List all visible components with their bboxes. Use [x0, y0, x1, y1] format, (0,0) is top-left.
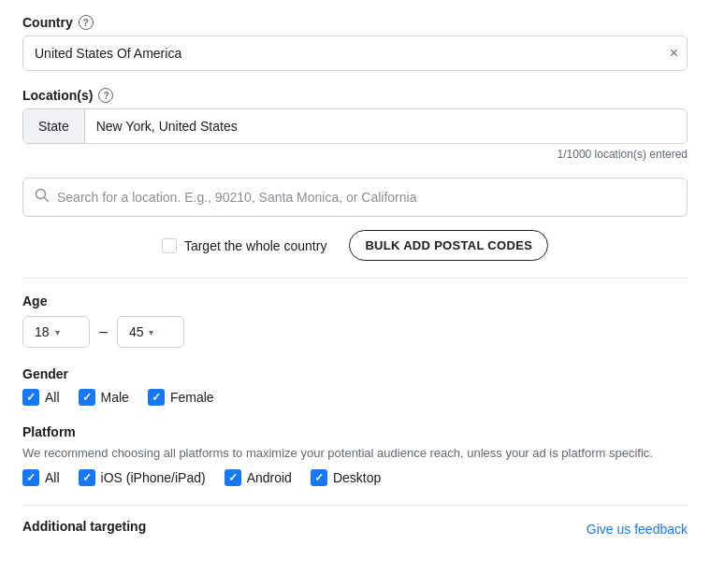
country-input-wrapper: ×	[22, 36, 688, 71]
gender-label: Gender	[22, 366, 688, 381]
platform-description: We recommend choosing all platforms to m…	[22, 445, 688, 462]
bulk-add-postal-codes-button[interactable]: BULK ADD POSTAL CODES	[349, 230, 548, 261]
gender-all-label: All	[45, 390, 60, 405]
country-label-text: Country	[22, 15, 73, 30]
gender-options-row: All Male Female	[22, 389, 688, 406]
platform-all-item[interactable]: All	[22, 469, 60, 486]
platform-options-row: All iOS (iPhone/iPad) Android Desktop	[22, 469, 688, 486]
gender-male-checkbox[interactable]	[79, 389, 95, 406]
age-dash: –	[99, 323, 108, 340]
platform-all-checkbox[interactable]	[22, 469, 39, 486]
platform-desktop-label: Desktop	[333, 470, 381, 485]
platform-all-label: All	[45, 470, 60, 485]
location-input-row: State New York, United States	[22, 108, 688, 144]
platform-android-label: Android	[247, 470, 292, 485]
locations-help-icon[interactable]: ?	[98, 88, 113, 103]
platform-label: Platform	[22, 424, 688, 439]
age-max-select[interactable]: 45 ▾	[117, 316, 184, 348]
age-min-value: 18	[35, 324, 50, 339]
gender-female-label: Female	[170, 390, 214, 405]
divider-1	[22, 278, 688, 279]
country-help-icon[interactable]: ?	[79, 15, 94, 30]
age-min-chevron-icon: ▾	[55, 327, 60, 337]
location-tab[interactable]: State	[23, 109, 85, 143]
country-input[interactable]	[22, 36, 688, 71]
gender-male-label: Male	[101, 390, 129, 405]
platform-desktop-item[interactable]: Desktop	[311, 469, 381, 486]
location-count: 1/1000 location(s) entered	[22, 148, 688, 161]
gender-section: Gender All Male Female	[22, 366, 688, 406]
country-label: Country ?	[22, 15, 688, 30]
target-whole-country-text: Target the whole country	[184, 238, 327, 253]
platform-section: Platform We recommend choosing all platf…	[22, 424, 688, 486]
search-icon	[35, 188, 50, 207]
search-placeholder-text: Search for a location. E.g., 90210, Sant…	[57, 190, 416, 205]
locations-label: Location(s) ?	[22, 88, 688, 103]
gender-male-item[interactable]: Male	[79, 389, 129, 406]
age-label: Age	[22, 294, 688, 308]
platform-ios-checkbox[interactable]	[79, 469, 95, 486]
gender-female-item[interactable]: Female	[148, 389, 214, 406]
locations-label-text: Location(s)	[22, 88, 93, 103]
age-row: 18 ▾ – 45 ▾	[22, 316, 688, 348]
platform-android-checkbox[interactable]	[225, 469, 241, 486]
country-section: Country ? ×	[22, 15, 688, 71]
age-section: Age 18 ▾ – 45 ▾	[22, 294, 688, 348]
country-clear-icon[interactable]: ×	[670, 45, 678, 62]
additional-targeting-row: Additional targeting Give us feedback	[22, 505, 688, 539]
locations-section: Location(s) ? State New York, United Sta…	[22, 88, 688, 161]
gender-female-checkbox[interactable]	[148, 389, 165, 406]
platform-android-item[interactable]: Android	[225, 469, 292, 486]
age-min-select[interactable]: 18 ▾	[22, 316, 90, 348]
target-whole-country-label[interactable]: Target the whole country	[162, 238, 327, 253]
target-row: Target the whole country BULK ADD POSTAL…	[22, 230, 688, 261]
give-feedback-link[interactable]: Give us feedback	[587, 522, 688, 537]
target-whole-country-checkbox[interactable]	[162, 238, 177, 253]
gender-all-item[interactable]: All	[22, 389, 60, 406]
age-max-value: 45	[129, 324, 144, 339]
platform-ios-label: iOS (iPhone/iPad)	[101, 470, 206, 485]
svg-line-1	[45, 198, 49, 202]
additional-targeting-label: Additional targeting	[22, 519, 146, 534]
platform-desktop-checkbox[interactable]	[311, 469, 327, 486]
age-max-chevron-icon: ▾	[149, 327, 153, 337]
platform-ios-item[interactable]: iOS (iPhone/iPad)	[79, 469, 206, 486]
location-value: New York, United States	[85, 109, 687, 143]
gender-all-checkbox[interactable]	[22, 389, 39, 406]
location-search-bar[interactable]: Search for a location. E.g., 90210, Sant…	[22, 178, 688, 217]
